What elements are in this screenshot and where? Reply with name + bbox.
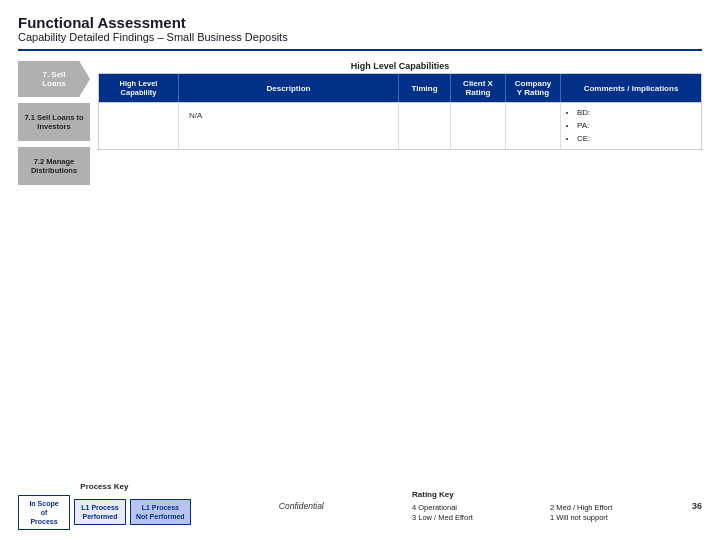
col-header-timing: Timing: [399, 74, 451, 102]
table-row: N/A BD: PA: CE:: [99, 102, 701, 149]
sub-capability-1: 7.1 Sell Loans to Investors: [18, 103, 90, 141]
comments-list: BD: PA: CE:: [565, 107, 590, 145]
main-layout: 7. Sell Loans 7.1 Sell Loans to Investor…: [18, 61, 702, 185]
cell-desc: N/A: [179, 103, 399, 149]
col-header-company: Company Y Rating: [506, 74, 561, 102]
rating-key-title: Rating Key: [412, 490, 454, 499]
cell-timing: [399, 103, 451, 149]
sub-capability-2-label: 7.2 Manage Distributions: [31, 157, 77, 175]
sub-capability-1-label: 7.1 Sell Loans to Investors: [24, 113, 83, 131]
page-number: 36: [692, 501, 702, 511]
capabilities-section: High Level Capability Description Timing…: [98, 73, 702, 150]
header: Functional Assessment Capability Detaile…: [18, 14, 702, 51]
rating-2: 2 Med / High Effort: [550, 503, 680, 512]
main-capability-box: 7. Sell Loans: [18, 61, 90, 97]
page-title: Functional Assessment: [18, 14, 702, 31]
process-key: Process Key In Scope of Process L1 Proce…: [18, 482, 191, 530]
comment-bd: BD:: [577, 107, 590, 120]
col-header-clientx: Client X Rating: [451, 74, 506, 102]
left-column: 7. Sell Loans 7.1 Sell Loans to Investor…: [18, 61, 90, 185]
main-capability-label: 7. Sell Loans: [42, 70, 66, 88]
cell-clientx: [451, 103, 506, 149]
rating-grid: 4 Operational 2 Med / High Effort 3 Low …: [412, 503, 680, 522]
rating-3: 3 Low / Med Effort: [412, 513, 542, 522]
capabilities-table: High Level Capability Description Timing…: [98, 73, 702, 150]
rating-key: Rating Key 4 Operational 2 Med / High Ef…: [412, 490, 680, 522]
pk-l1-performed: L1 Process Performed: [74, 499, 126, 525]
pk-inscope: In Scope of Process: [18, 495, 70, 530]
table-header: High Level Capability Description Timing…: [99, 74, 701, 102]
header-divider: [18, 49, 702, 51]
rating-4: 4 Operational: [412, 503, 542, 512]
col-header-desc: Description: [179, 74, 399, 102]
comment-pa: PA:: [577, 120, 590, 133]
comment-ce: CE:: [577, 133, 590, 146]
page: Functional Assessment Capability Detaile…: [0, 0, 720, 540]
confidential-label: Confidential: [191, 501, 412, 511]
rating-1: 1 Will not support: [550, 513, 680, 522]
page-subtitle: Capability Detailed Findings – Small Bus…: [18, 31, 702, 43]
col-header-hlc: High Level Capability: [99, 74, 179, 102]
right-column: High Level Capabilities High Level Capab…: [98, 61, 702, 185]
process-key-title: Process Key: [80, 482, 128, 491]
col-header-comments: Comments / Implications: [561, 74, 701, 102]
cell-company: [506, 103, 561, 149]
process-key-items: In Scope of Process L1 Process Performed…: [18, 495, 191, 530]
na-text: N/A: [183, 107, 208, 124]
cell-comments: BD: PA: CE:: [561, 103, 701, 149]
capabilities-label: High Level Capabilities: [98, 61, 702, 71]
footer: Process Key In Scope of Process L1 Proce…: [0, 482, 720, 530]
pk-l1-not-performed: L1 Process Not Performed: [130, 499, 191, 525]
cell-hlc: [99, 103, 179, 149]
sub-capability-2: 7.2 Manage Distributions: [18, 147, 90, 185]
